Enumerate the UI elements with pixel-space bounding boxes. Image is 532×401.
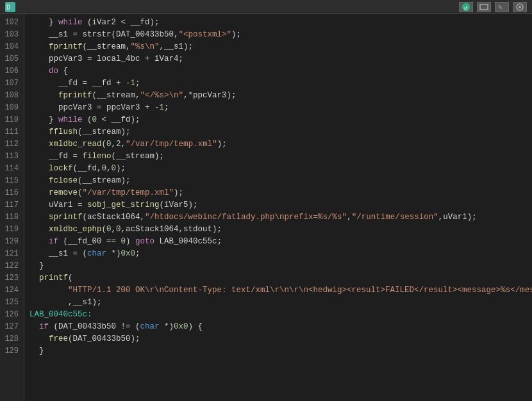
code-line: sprintf(acStack1064,"/htdocs/webinc/fatl… <box>24 211 532 224</box>
line-number: 104 <box>3 41 19 53</box>
code-token: , <box>106 164 112 173</box>
code-token: (DAT_00433b50); <box>68 334 140 343</box>
code-area: 1021031041051061071081091101111121131141… <box>0 14 532 401</box>
svg-rect-4 <box>480 4 488 10</box>
code-token: ; <box>135 79 140 88</box>
line-number: 114 <box>3 163 19 175</box>
code-token: "</%s>\n" <box>140 91 184 100</box>
code-token: ,acStack1064,stdout); <box>121 225 222 234</box>
code-line: } <box>24 260 532 272</box>
code-token: xmldbc_read <box>49 140 102 149</box>
code-token: 0 <box>106 225 112 234</box>
code-line: fclose(__stream); <box>24 175 532 187</box>
code-token: fclose <box>49 176 78 185</box>
code-token: ( <box>78 188 83 197</box>
code-token: printf <box>39 274 68 282</box>
code-token <box>29 213 49 222</box>
code-token: "/var/tmp/temp.xml" <box>126 140 217 149</box>
code-line: } while (iVar2 < __fd); <box>24 17 532 29</box>
code-line: } <box>24 345 532 357</box>
code-token: *) <box>160 322 174 331</box>
code-token: ); <box>174 188 183 197</box>
code-token <box>29 274 39 282</box>
code-token: (iVar5); <box>160 201 198 209</box>
code-token: (__stream); <box>78 127 131 136</box>
code-token: remove <box>49 188 78 197</box>
svg-text:✎: ✎ <box>498 4 503 12</box>
code-token: sobj_get_string <box>87 201 160 209</box>
line-number: 122 <box>3 260 19 272</box>
code-token: do <box>49 67 58 76</box>
code-token: (iVar2 < __fd); <box>83 18 160 27</box>
code-token <box>29 237 49 246</box>
code-token: 0 <box>121 237 126 246</box>
code-token: *) <box>106 249 121 258</box>
app-window: D ↺ ✎ 1021031041051061071081091101111121… <box>0 0 532 401</box>
code-token: (__stream, <box>92 91 140 100</box>
code-token: __fd = <box>29 152 83 161</box>
line-number: 116 <box>3 187 19 199</box>
code-token: fprintf <box>58 91 92 100</box>
code-token: (__stream); <box>112 152 165 161</box>
code-token: < __fd); <box>97 115 140 124</box>
code-token: 0 <box>102 164 107 173</box>
code-line: __s1 = (char *)0x0; <box>24 248 532 260</box>
code-line: do { <box>24 65 532 78</box>
svg-text:↺: ↺ <box>464 5 468 12</box>
code-line: remove("/var/tmp/temp.xml"); <box>24 187 532 199</box>
line-number: 102 <box>3 17 19 29</box>
code-token: , <box>121 140 126 149</box>
code-token: LAB_0040c55c: <box>29 310 92 319</box>
code-token: ); <box>116 164 126 173</box>
line-number: 126 <box>3 309 19 321</box>
code-token: char <box>87 249 106 258</box>
code-line: __fd = __fd + -1; <box>24 78 532 90</box>
code-token: ( <box>83 115 92 124</box>
code-token: 2 <box>116 140 121 149</box>
svg-point-7 <box>519 6 521 8</box>
code-token: (__fd_00 == <box>58 237 121 246</box>
code-token: } <box>29 115 58 124</box>
toolbar-btn-4[interactable] <box>513 2 527 12</box>
code-line: } while (0 < __fd); <box>24 114 532 126</box>
code-token: char <box>140 322 160 331</box>
line-number: 108 <box>3 90 19 102</box>
title-bar: D ↺ ✎ <box>0 0 532 14</box>
line-number: 123 <box>3 272 19 284</box>
line-number: 103 <box>3 29 19 41</box>
code-token <box>29 42 49 51</box>
code-line: xmldbc_ephp(0,0,acStack1064,stdout); <box>24 224 532 236</box>
code-line: if (DAT_00433b50 != (char *)0x0) { <box>24 321 532 333</box>
line-number: 109 <box>3 102 19 114</box>
code-line: fprintf(__stream,"%s\n",__s1); <box>24 41 532 53</box>
code-token: "%s\n" <box>131 42 160 51</box>
line-number: 127 <box>3 321 19 333</box>
code-token: ,uVar1); <box>438 213 477 222</box>
line-number: 120 <box>3 236 19 248</box>
code-token <box>29 188 49 197</box>
code-token <box>29 91 58 100</box>
line-number: 118 <box>3 211 19 224</box>
code-token: ); <box>217 140 227 149</box>
line-number: 107 <box>3 78 19 90</box>
toolbar-btn-2[interactable] <box>477 2 491 12</box>
code-line: ppcVar3 = ppcVar3 + -1; <box>24 102 532 114</box>
code-token: free <box>49 334 68 343</box>
code-token: (__stream); <box>78 176 131 185</box>
code-token: ,__s1); <box>29 298 102 307</box>
toolbar-btn-3[interactable]: ✎ <box>495 2 509 12</box>
code-token <box>29 127 49 136</box>
line-number: 110 <box>3 114 19 126</box>
svg-text:D: D <box>6 4 10 11</box>
code-line: ppcVar3 = local_4bc + iVar4; <box>24 53 532 65</box>
code-line: "HTTP/1.1 200 OK\r\nContent-Type: text/x… <box>24 284 532 297</box>
code-token <box>29 176 49 185</box>
code-token: } <box>29 18 58 27</box>
code-token: { <box>58 67 68 76</box>
code-token <box>29 164 49 173</box>
code-token: "<postxml>" <box>179 30 232 39</box>
code-token: "/htdocs/webinc/fatlady.php\nprefix=%s/%… <box>145 213 347 222</box>
code-line: __fd = fileno(__stream); <box>24 151 532 163</box>
code-token: ( <box>102 225 107 234</box>
toolbar-btn-1[interactable]: ↺ <box>459 2 473 12</box>
